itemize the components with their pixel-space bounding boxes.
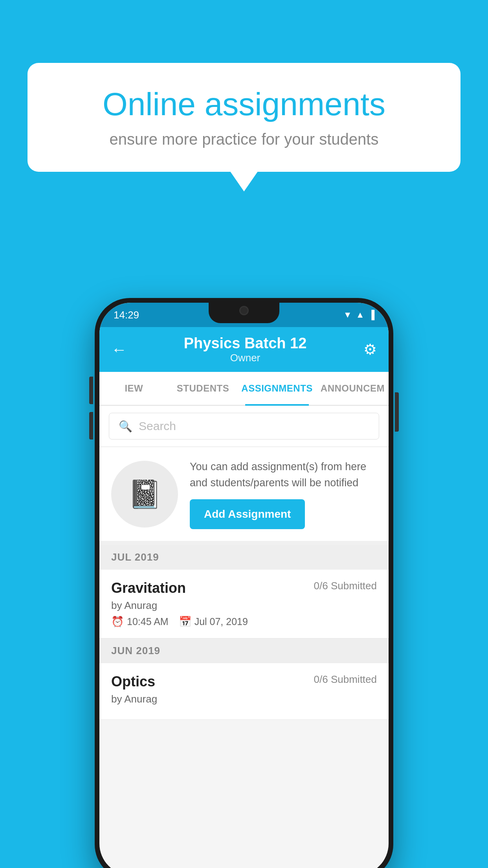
header-center: Physics Batch 12 Owner: [184, 335, 307, 364]
date-meta: 📅 Jul 07, 2019: [179, 616, 248, 628]
battery-icon: ▐: [368, 310, 374, 320]
tab-iew[interactable]: IEW: [99, 372, 169, 405]
tab-announcements[interactable]: ANNOUNCEM: [317, 372, 389, 405]
assignment-time: 10:45 AM: [127, 616, 169, 627]
info-description: You can add assignment(s) from here and …: [190, 459, 377, 491]
batch-title: Physics Batch 12: [184, 335, 307, 352]
time-meta: ⏰ 10:45 AM: [111, 616, 169, 628]
status-time: 14:29: [114, 309, 139, 321]
assignment-meta: ⏰ 10:45 AM 📅 Jul 07, 2019: [111, 616, 377, 628]
status-icons: ▼ ▲ ▐: [343, 310, 374, 320]
tab-assignments[interactable]: ASSIGNMENTS: [237, 372, 317, 405]
info-content: You can add assignment(s) from here and …: [190, 459, 377, 529]
assignment-icon-circle: 📓: [111, 461, 178, 528]
assignment-submitted-optics: 0/6 Submitted: [314, 673, 377, 686]
search-icon: 🔍: [119, 420, 132, 433]
calendar-icon: 📅: [179, 616, 191, 628]
section-header-jun: JUN 2019: [99, 638, 389, 663]
assignment-by: by Anurag: [111, 600, 377, 612]
volume-down-button: [89, 412, 93, 440]
assignment-date: Jul 07, 2019: [194, 616, 248, 627]
assignment-name: Gravitation: [111, 580, 186, 596]
assignment-item-optics[interactable]: Optics 0/6 Submitted by Anurag: [99, 663, 389, 720]
assignment-by-optics: by Anurag: [111, 693, 377, 705]
back-button[interactable]: ←: [111, 341, 127, 359]
speech-bubble-container: Online assignments ensure more practice …: [28, 63, 460, 172]
volume-up-button: [89, 377, 93, 404]
tab-bar: IEW STUDENTS ASSIGNMENTS ANNOUNCEM: [99, 372, 389, 406]
bubble-subtitle: ensure more practice for your students: [55, 131, 433, 148]
settings-icon[interactable]: ⚙: [363, 341, 377, 358]
assignment-top-optics: Optics 0/6 Submitted: [111, 673, 377, 690]
section-header-jul: JUL 2019: [99, 545, 389, 570]
assignment-name-optics: Optics: [111, 673, 155, 690]
app-header: ← Physics Batch 12 Owner ⚙: [99, 327, 389, 372]
search-container: 🔍 Search: [99, 406, 389, 447]
assignment-item-gravitation[interactable]: Gravitation 0/6 Submitted by Anurag ⏰ 10…: [99, 570, 389, 638]
signal-icon: ▲: [356, 310, 365, 320]
tab-students[interactable]: STUDENTS: [169, 372, 238, 405]
assignment-submitted: 0/6 Submitted: [314, 580, 377, 592]
phone-camera: [239, 306, 249, 315]
bubble-title: Online assignments: [55, 86, 433, 122]
search-placeholder: Search: [139, 419, 176, 433]
info-card: 📓 You can add assignment(s) from here an…: [99, 447, 389, 545]
phone-frame: 14:29 ▼ ▲ ▐ ← Physics Batch 12 Owner ⚙ I…: [95, 298, 393, 868]
assignment-top: Gravitation 0/6 Submitted: [111, 580, 377, 596]
search-bar[interactable]: 🔍 Search: [109, 413, 379, 440]
phone-screen: 14:29 ▼ ▲ ▐ ← Physics Batch 12 Owner ⚙ I…: [99, 303, 389, 868]
wifi-icon: ▼: [343, 310, 352, 320]
add-assignment-button[interactable]: Add Assignment: [190, 499, 305, 529]
notebook-icon: 📓: [128, 478, 162, 510]
clock-icon: ⏰: [111, 616, 124, 628]
batch-subtitle: Owner: [184, 352, 307, 364]
power-button: [395, 392, 399, 432]
speech-bubble: Online assignments ensure more practice …: [28, 63, 460, 172]
